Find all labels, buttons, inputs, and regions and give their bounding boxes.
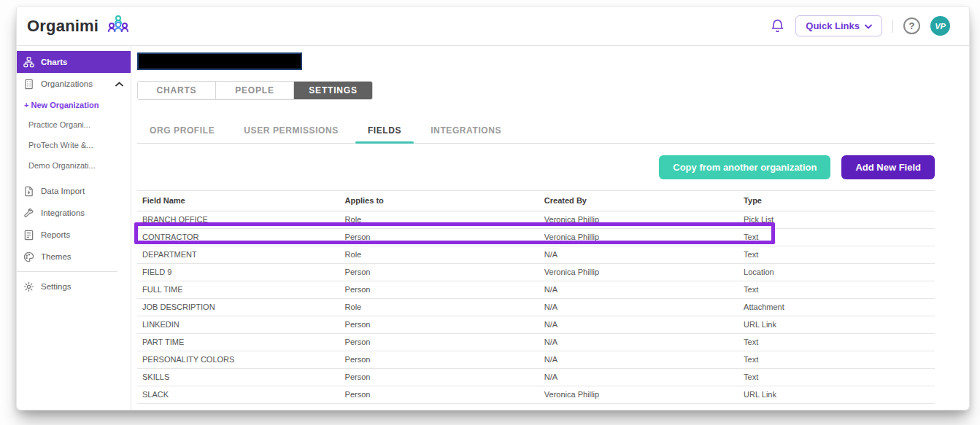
cell-type: Text: [738, 369, 935, 386]
cell-field-name: CONTRACTOR: [137, 229, 340, 246]
cell-created-by: N/A: [539, 351, 738, 369]
sidebar-item-label: Integrations: [41, 208, 85, 217]
cell-created-by: N/A: [539, 299, 738, 316]
cell-type: Location: [738, 264, 935, 281]
column-header-type: Type: [738, 191, 935, 211]
org-link-practice[interactable]: Practice Organi...: [17, 114, 131, 135]
header-divider: [892, 20, 893, 33]
cell-applies-to: Person: [340, 334, 539, 351]
top-bar: Organimi: [17, 7, 969, 46]
fields-table-head: Field Name Applies to Created By Type: [137, 191, 935, 211]
cell-applies-to: Person: [340, 369, 539, 386]
wrench-icon: [23, 208, 34, 219]
cell-type: Text: [738, 229, 935, 246]
org-link-protech[interactable]: ProTech Write &...: [17, 135, 131, 155]
sidebar-item-label: Settings: [41, 282, 72, 291]
building-icon: [23, 79, 34, 90]
cell-field-name: LINKEDIN: [137, 316, 340, 334]
cell-created-by: Veronica Phillip: [539, 229, 738, 246]
org-tabs: CHARTS PEOPLE SETTINGS: [137, 81, 373, 100]
report-icon: [23, 230, 34, 241]
cell-field-name: SKILLS: [137, 369, 340, 386]
cell-created-by: Veronica Phillip: [539, 386, 738, 404]
cell-field-name: PART TIME: [137, 334, 340, 351]
help-icon[interactable]: ?: [903, 17, 920, 34]
subtab-org-profile[interactable]: ORG PROFILE: [137, 119, 227, 143]
sidebar-item-integrations[interactable]: Integrations: [17, 202, 131, 224]
quick-links-button[interactable]: Quick Links: [795, 15, 882, 36]
main-panel: CHARTS PEOPLE SETTINGS ORG PROFILE USER …: [131, 46, 969, 410]
subtab-fields[interactable]: FIELDS: [355, 119, 414, 143]
gear-icon: [23, 281, 34, 292]
table-row[interactable]: LINKEDIN Person N/A URL Link: [137, 316, 935, 334]
table-row[interactable]: FIELD 9 Person Veronica Phillip Location: [137, 264, 935, 281]
app-body: Charts Organizations + New Organization …: [17, 46, 969, 410]
cell-applies-to: Person: [340, 229, 539, 246]
cell-applies-to: Person: [340, 281, 539, 299]
cell-applies-to: Role: [340, 299, 539, 316]
org-link-demo[interactable]: Demo Organizati...: [17, 155, 131, 176]
cell-created-by: Veronica Phillip: [539, 264, 738, 281]
document-import-icon: [23, 186, 34, 197]
chevron-down-icon: [865, 20, 872, 31]
cell-created-by: N/A: [539, 369, 738, 386]
cell-created-by: N/A: [539, 281, 738, 299]
palette-icon: [23, 252, 34, 262]
cell-type: Pick List: [738, 211, 935, 229]
chevron-up-icon: [115, 82, 123, 87]
settings-subtabs: ORG PROFILE USER PERMISSIONS FIELDS INTE…: [137, 119, 935, 144]
add-new-field-button[interactable]: Add New Field: [841, 155, 935, 179]
table-row[interactable]: JOB DESCRIPTION Role N/A Attachment: [137, 299, 935, 316]
cell-type: Text: [738, 281, 935, 299]
table-row[interactable]: PERSONALITY COLORS Person N/A Text: [137, 351, 935, 369]
cell-field-name: FULL TIME: [137, 281, 340, 299]
user-avatar[interactable]: VP: [930, 16, 950, 36]
cell-field-name: DEPARTMENT: [137, 246, 340, 264]
sidebar-item-themes[interactable]: Themes: [17, 246, 131, 268]
subtab-integrations[interactable]: INTEGRATIONS: [418, 119, 514, 143]
table-row[interactable]: SKILLS Person N/A Text: [137, 369, 935, 386]
actions-row: Copy from another organization Add New F…: [137, 155, 935, 179]
new-organization-link[interactable]: + New Organization: [17, 96, 131, 114]
table-row[interactable]: CONTRACTOR Person Veronica Phillip Text: [137, 229, 935, 246]
sidebar-item-charts[interactable]: Charts: [17, 51, 131, 73]
sidebar-item-settings[interactable]: Settings: [17, 276, 131, 297]
table-row[interactable]: DEPARTMENT Role N/A Text: [137, 246, 935, 264]
cell-field-name: FIELD 9: [137, 264, 340, 281]
table-row[interactable]: SLACK Person Veronica Phillip URL Link: [137, 386, 935, 404]
table-row[interactable]: PART TIME Person N/A Text: [137, 334, 935, 351]
sidebar-divider: [17, 271, 117, 272]
sidebar: Charts Organizations + New Organization …: [17, 46, 131, 410]
subtab-user-permissions[interactable]: USER PERMISSIONS: [231, 119, 351, 143]
organimi-people-logo-icon: [104, 14, 133, 39]
notification-bell-icon[interactable]: [770, 18, 785, 34]
cell-field-name: BRANCH OFFICE: [137, 211, 340, 229]
table-row[interactable]: BRANCH OFFICE Role Veronica Phillip Pick…: [137, 211, 935, 229]
table-row[interactable]: FULL TIME Person N/A Text: [137, 281, 935, 299]
brand[interactable]: Organimi: [27, 14, 133, 39]
tab-settings[interactable]: SETTINGS: [294, 82, 372, 99]
sidebar-item-data-import[interactable]: Data Import: [17, 180, 131, 202]
org-chart-icon: [23, 57, 34, 68]
copy-from-organization-button[interactable]: Copy from another organization: [659, 155, 830, 179]
cell-type: Text: [738, 246, 935, 264]
column-header-applies-to: Applies to: [340, 191, 539, 211]
cell-applies-to: Role: [340, 211, 539, 229]
app-window: Organimi: [16, 6, 970, 410]
cell-applies-to: Person: [340, 386, 539, 404]
cell-created-by: N/A: [539, 246, 738, 264]
cell-applies-to: Person: [340, 264, 539, 281]
sidebar-item-organizations[interactable]: Organizations: [17, 73, 131, 95]
cell-created-by: N/A: [539, 316, 738, 334]
sidebar-item-reports[interactable]: Reports: [17, 224, 131, 246]
column-header-field-name: Field Name: [137, 191, 340, 211]
cell-type: Attachment: [738, 299, 935, 316]
cell-applies-to: Person: [340, 316, 539, 334]
brand-name: Organimi: [27, 17, 99, 36]
cell-type: URL Link: [738, 316, 935, 334]
redacted-org-name: [137, 52, 302, 70]
quick-links-label: Quick Links: [806, 20, 860, 31]
cell-field-name: SLACK: [137, 386, 340, 404]
tab-people[interactable]: PEOPLE: [216, 82, 294, 99]
tab-charts[interactable]: CHARTS: [138, 82, 216, 99]
